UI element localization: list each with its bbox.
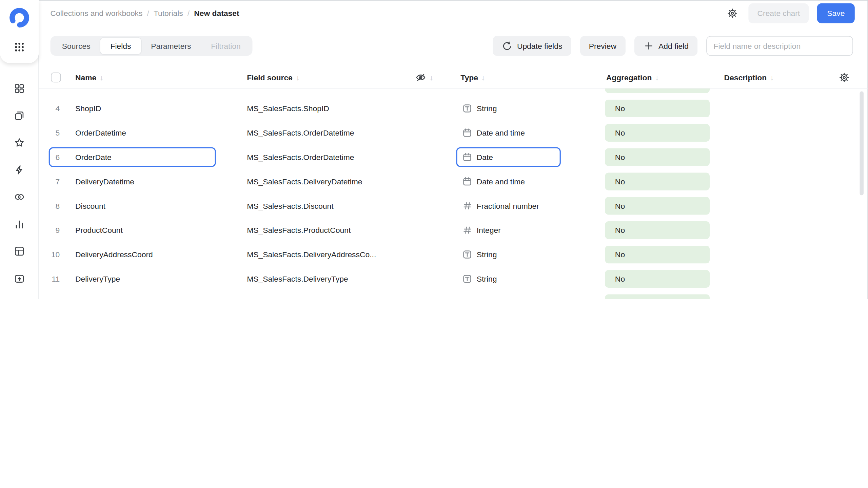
field-type-cell[interactable]: Fractional number [456,196,561,216]
aggregation-value: No [615,177,625,186]
field-type-label: Fractional number [477,201,539,210]
column-header-description[interactable]: Description [724,73,767,82]
field-source-cell[interactable]: MS_SalesFacts.ShopID [247,96,329,121]
field-aggregation-cell[interactable]: No [605,197,710,215]
field-name-cell[interactable]: Discount [49,196,216,216]
field-type-cell[interactable]: Date and time [456,123,561,143]
field-source-cell[interactable]: MS_SalesFacts.DeliveryType [247,267,348,291]
field-type-cell[interactable]: Date [456,147,561,167]
field-type-cell[interactable]: String [456,245,561,265]
field-source-cell[interactable]: MS_SalesFacts.DeliveryDatetime [247,169,362,194]
field-row: 7 DeliveryDatetime MS_SalesFacts.Deliver… [39,169,868,194]
field-type-cell[interactable]: Integer [456,220,561,240]
add-field-label: Add field [658,41,689,50]
field-name-cell[interactable]: DeliveryDatetime [49,171,216,191]
field-type-cell[interactable]: Date and time [456,171,561,191]
field-type-cell[interactable] [456,88,561,94]
column-header-type[interactable]: Type [460,73,478,82]
string-type-icon [462,249,472,259]
field-source-cell[interactable]: MS_SalesFacts.PaymentType [247,291,351,299]
apps-grid-icon[interactable] [13,41,25,53]
plus-icon [643,40,654,52]
preview-button[interactable]: Preview [580,36,626,56]
eye-off-icon[interactable] [415,72,426,83]
breadcrumb-separator: / [147,9,149,18]
field-type-cell[interactable]: String [456,293,561,299]
date-type-icon [462,177,472,186]
field-aggregation-cell[interactable]: No [605,100,710,117]
field-name-cell[interactable]: DeliveryType [49,269,216,289]
field-name-cell[interactable]: OrderDatetime [49,123,216,143]
field-aggregation-cell[interactable]: No [605,270,710,288]
tab-fields[interactable]: Fields [100,38,141,54]
field-source-cell[interactable]: MS_SalesFacts.OrderDatetime [247,145,354,169]
favorites-icon[interactable] [13,136,26,149]
datalens-logo-icon[interactable] [9,7,30,28]
settings-gear-icon[interactable] [725,5,740,21]
storage-icon[interactable] [13,272,26,285]
tab-sources[interactable]: Sources [52,38,100,54]
services-icon[interactable] [13,190,26,204]
breadcrumb: Collections and workbooks / Tutorials / … [51,9,239,18]
sidebar-nav [0,82,39,299]
field-name-cell[interactable] [49,88,216,94]
field-type-cell[interactable]: String [456,269,561,289]
field-name-cell[interactable]: OrderDate [49,147,216,167]
datasets-icon[interactable] [13,245,26,258]
field-source-cell[interactable]: MS_SalesFacts.ProductCount [247,218,351,242]
widgets-icon[interactable] [13,82,26,95]
dataset-editor-window: Collections and workbooks / Tutorials / … [0,0,868,299]
field-aggregation-cell[interactable]: No [605,172,710,190]
column-header-field-source[interactable]: Field source [247,73,293,82]
breadcrumb-current-page: New dataset [194,9,239,18]
field-name-cell[interactable]: DeliveryAddressCoord [49,245,216,265]
vertical-scrollbar-thumb[interactable] [860,91,864,195]
number-type-icon [462,225,472,235]
main-area: Collections and workbooks / Tutorials / … [39,0,868,299]
field-source-cell[interactable]: MS_SalesFacts.DeliveryAddressCo... [247,242,376,267]
column-header-name[interactable]: Name [75,73,96,82]
fields-table-header: Name ↓ Field source ↓ ↓ Type ↓ Aggregati… [39,66,868,88]
breadcrumb-tutorials[interactable]: Tutorials [154,9,183,18]
field-aggregation-cell[interactable]: No [605,294,710,299]
column-header-aggregation[interactable]: Aggregation [606,73,652,82]
toolbar-actions: Update fields Preview Add field [493,36,853,56]
field-aggregation-cell[interactable]: No [605,221,710,239]
field-aggregation-cell[interactable]: No [605,88,710,93]
sort-icon[interactable]: ↓ [770,73,774,81]
field-source-cell[interactable]: MS_SalesFacts.Discount [247,194,333,218]
functions-icon[interactable] [13,163,26,177]
breadcrumb-collections-and-workbooks[interactable]: Collections and workbooks [51,9,143,18]
field-name-cell[interactable]: ProductCount [49,220,216,240]
field-name-cell[interactable]: ShopID [49,99,216,119]
update-fields-button[interactable]: Update fields [493,36,571,56]
add-field-button[interactable]: Add field [634,36,697,56]
string-type-icon [462,103,472,113]
sidebar [0,0,39,299]
field-aggregation-cell[interactable]: No [605,246,710,263]
sort-icon[interactable]: ↓ [481,73,485,81]
select-all-checkbox[interactable] [51,73,61,82]
charts-icon[interactable] [13,218,26,231]
collections-icon[interactable] [13,109,26,122]
table-settings-gear-icon[interactable] [837,71,851,84]
field-type-label: String [477,274,497,283]
field-search-input[interactable] [706,36,853,56]
field-source-cell[interactable]: MS_SalesFacts.OrderDatetime [247,121,354,145]
field-aggregation-cell[interactable]: No [605,148,710,166]
date-type-icon [462,128,472,138]
create-chart-button[interactable]: Create chart [748,3,809,23]
save-button[interactable]: Save [817,3,855,23]
sort-icon[interactable]: ↓ [100,73,103,81]
aggregation-value: No [615,250,625,259]
field-aggregation-cell[interactable]: No [605,124,710,142]
string-type-icon [462,274,472,284]
tab-parameters[interactable]: Parameters [141,38,201,54]
field-type-label: String [477,250,497,259]
field-name-cell[interactable]: PaymentType [49,293,216,299]
aggregation-value: No [615,274,625,283]
field-type-cell[interactable]: String [456,99,561,119]
sort-icon[interactable]: ↓ [296,73,300,81]
sort-icon[interactable]: ↓ [655,73,659,81]
sort-icon[interactable]: ↓ [430,73,433,81]
